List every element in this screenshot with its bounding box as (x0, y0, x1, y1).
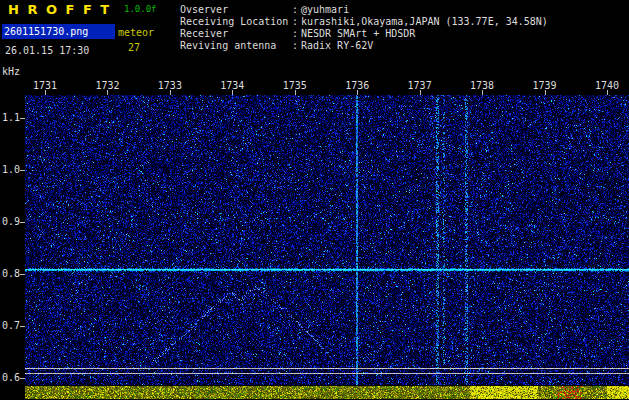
y-tick-mark (20, 222, 25, 223)
y-axis-unit-label: kHz (2, 66, 20, 77)
y-tick-label: 0.9 (2, 216, 20, 227)
y-tick-mark (20, 378, 25, 379)
x-tick-mark (545, 90, 546, 95)
x-tick-mark (607, 90, 608, 95)
y-tick-label: 0.6 (2, 372, 20, 383)
y-tick-mark (20, 326, 25, 327)
x-tick-mark (232, 90, 233, 95)
x-tick-mark (295, 90, 296, 95)
y-tick-label: 0.8 (2, 268, 20, 279)
hrofft-screen: H R O F F T 1.0.0f 2601151730.png meteor… (0, 0, 629, 400)
spectrogram-canvas (25, 95, 629, 400)
x-tick-mark (482, 90, 483, 95)
x-tick-mark (45, 90, 46, 95)
x-tick-mark (420, 90, 421, 95)
y-tick-label: 1.0 (2, 164, 20, 175)
x-tick-mark (357, 90, 358, 95)
spectrogram-panel: kHz 173117321733173417351736173717381739… (0, 0, 629, 400)
y-tick-mark (20, 274, 25, 275)
y-tick-label: 1.1 (2, 112, 20, 123)
y-tick-mark (20, 118, 25, 119)
y-tick-label: 0.7 (2, 320, 20, 331)
y-tick-mark (20, 170, 25, 171)
x-tick-mark (107, 90, 108, 95)
x-tick-mark (170, 90, 171, 95)
